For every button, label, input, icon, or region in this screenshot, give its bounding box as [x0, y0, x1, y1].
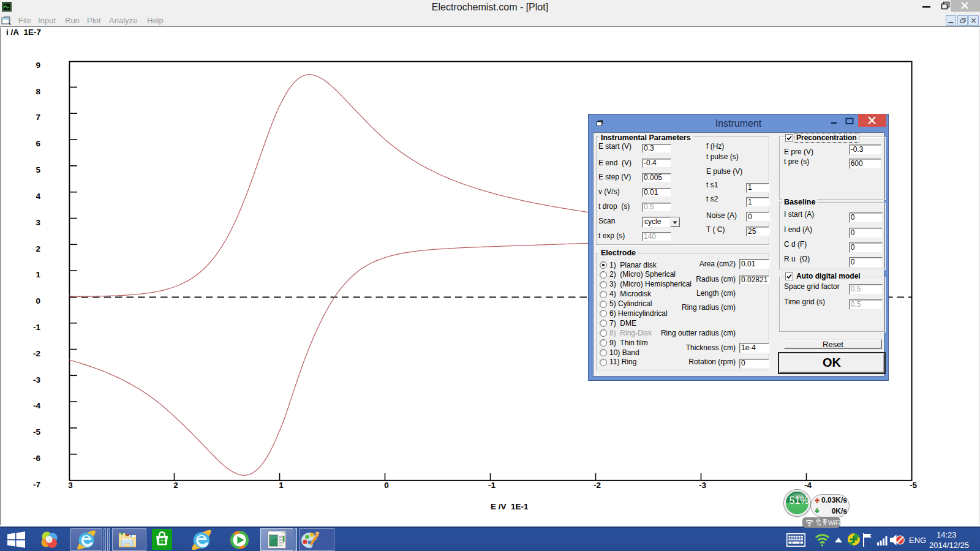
svg-text:2: 2 [36, 244, 40, 253]
svg-text:0: 0 [36, 296, 40, 305]
svg-text:9: 9 [36, 61, 40, 70]
svg-text:4: 4 [36, 192, 40, 201]
svg-text:i /A 1E-7: i /A 1E-7 [6, 28, 41, 37]
svg-text:E /V 1E-1: E /V 1E-1 [491, 502, 529, 511]
svg-text:3: 3 [68, 481, 73, 490]
svg-text:-2: -2 [594, 481, 601, 490]
svg-text:-1: -1 [33, 323, 40, 332]
svg-text:-6: -6 [33, 454, 40, 463]
svg-text:-5: -5 [910, 481, 917, 490]
svg-text:3: 3 [36, 218, 40, 227]
svg-text:2: 2 [173, 481, 178, 490]
svg-text:-1: -1 [488, 481, 496, 490]
svg-text:-4: -4 [33, 401, 40, 410]
svg-text:WiFi: WiFi [828, 520, 840, 527]
svg-text:0: 0 [384, 481, 389, 490]
svg-text:-2: -2 [33, 349, 40, 358]
svg-text:-3: -3 [33, 375, 40, 384]
svg-text:-3: -3 [699, 481, 706, 490]
svg-text:7: 7 [36, 113, 40, 122]
svg-text:-5: -5 [33, 427, 40, 437]
svg-text:1: 1 [279, 481, 284, 490]
svg-text:-7: -7 [33, 480, 40, 489]
svg-text:1: 1 [36, 270, 40, 279]
svg-text:6: 6 [36, 139, 40, 148]
svg-text:5: 5 [36, 165, 40, 174]
svg-text:8: 8 [36, 87, 40, 96]
